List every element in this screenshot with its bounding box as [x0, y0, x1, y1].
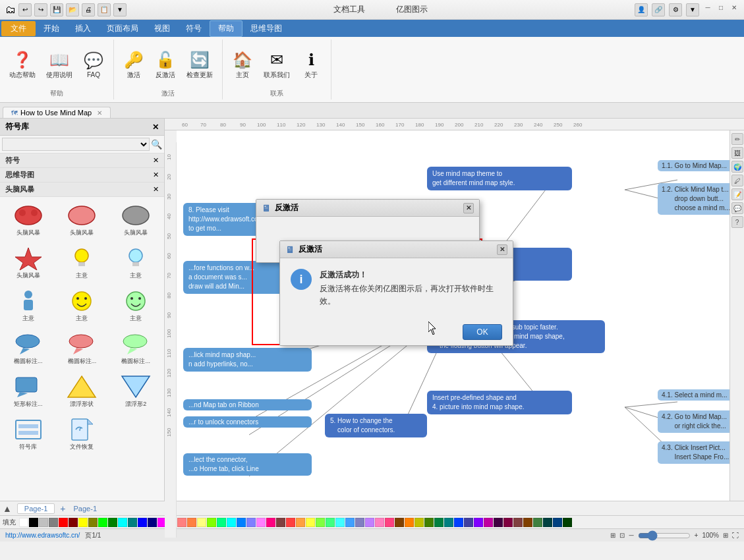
color-swatch[interactable]	[385, 518, 394, 527]
color-swatch[interactable]	[19, 518, 28, 527]
sidebar-search-icon[interactable]: 🔍	[151, 139, 162, 150]
ribbon-btn-contact[interactable]: ✉ 联系我们	[260, 48, 294, 81]
ribbon-btn-home[interactable]: 🏠 主页	[228, 48, 257, 81]
menu-page-layout[interactable]: 页面布局	[99, 21, 146, 36]
share-btn[interactable]: 🔗	[652, 3, 665, 16]
list-item[interactable]: 头脑风暴	[3, 242, 54, 283]
color-swatch[interactable]	[424, 518, 434, 527]
zoom-plus-icon[interactable]: +	[695, 532, 699, 539]
full-screen-icon[interactable]: ⛶	[732, 532, 739, 539]
list-item[interactable]: 漂浮形状	[57, 371, 108, 411]
color-swatch[interactable]	[533, 518, 542, 527]
color-swatch[interactable]	[59, 518, 68, 527]
color-swatch[interactable]	[256, 518, 266, 527]
menu-view[interactable]: 视图	[146, 21, 178, 36]
color-swatch[interactable]	[296, 518, 305, 527]
list-item[interactable]: 椭圆标注...	[57, 328, 108, 368]
color-swatch[interactable]	[355, 518, 364, 527]
list-item[interactable]: 头脑风暴	[110, 200, 161, 240]
color-swatch[interactable]	[118, 518, 127, 527]
color-swatch[interactable]	[148, 518, 157, 527]
right-sidebar-btn-5[interactable]: 📝	[731, 188, 743, 200]
color-swatch[interactable]	[464, 518, 473, 527]
sidebar-section-brainstorm[interactable]: 头脑风暴 ✕	[0, 182, 164, 197]
color-swatch[interactable]	[276, 518, 285, 527]
more-options-btn[interactable]: ▼	[686, 3, 699, 16]
color-swatch[interactable]	[39, 518, 48, 527]
zoom-slider[interactable]	[638, 533, 691, 538]
color-swatch[interactable]	[266, 518, 275, 527]
color-swatch[interactable]	[237, 518, 246, 527]
list-item[interactable]: 矩形标注...	[3, 371, 54, 411]
color-swatch[interactable]	[345, 518, 355, 527]
color-swatch[interactable]	[405, 518, 414, 527]
ribbon-btn-check-update[interactable]: 🔄 检查更新	[183, 48, 217, 81]
tab-close-icon[interactable]: ✕	[97, 109, 102, 117]
right-sidebar-btn-6[interactable]: 💬	[731, 202, 743, 214]
list-item[interactable]: 头脑风暴	[57, 200, 108, 240]
color-swatch[interactable]	[197, 518, 206, 527]
color-swatch[interactable]	[434, 518, 444, 527]
ribbon-btn-about[interactable]: ℹ 关于	[297, 48, 326, 81]
ribbon-btn-activate[interactable]: 🔑 激活	[119, 48, 148, 81]
color-swatch[interactable]	[29, 518, 38, 527]
color-swatch[interactable]	[187, 518, 196, 527]
color-swatch[interactable]	[513, 518, 523, 527]
color-swatch[interactable]	[286, 518, 295, 527]
color-swatch[interactable]	[246, 518, 256, 527]
page-nav-icon[interactable]: ▲	[3, 503, 12, 514]
ribbon-btn-manual[interactable]: 📖 使用说明	[42, 48, 76, 81]
color-swatch[interactable]	[316, 518, 325, 527]
color-swatch[interactable]	[138, 518, 147, 527]
color-swatch[interactable]	[474, 518, 483, 527]
color-swatch[interactable]	[227, 518, 236, 527]
sidebar-section-symbol[interactable]: 符号 ✕	[0, 154, 164, 168]
color-swatch[interactable]	[108, 518, 117, 527]
fit-width-icon[interactable]: ⊡	[619, 532, 625, 539]
list-item[interactable]: 主意	[57, 242, 108, 283]
sidebar-section-symbol-close[interactable]: ✕	[153, 156, 159, 165]
menu-symbol[interactable]: 符号	[178, 21, 210, 36]
ribbon-btn-dynamic-help[interactable]: ❓ 动态帮助	[5, 48, 40, 81]
color-swatch[interactable]	[395, 518, 404, 527]
settings-btn[interactable]: ⚙	[669, 3, 682, 16]
menu-file[interactable]: 文件	[1, 21, 36, 36]
sidebar-close-icon[interactable]: ✕	[152, 123, 159, 132]
redo-btn[interactable]: ↪	[34, 3, 47, 16]
menu-help[interactable]: 帮助	[210, 20, 243, 37]
page-tab-1[interactable]: Page-1	[17, 503, 55, 514]
maximize-btn[interactable]: □	[716, 3, 726, 13]
right-sidebar-btn-1[interactable]: ✏	[731, 133, 743, 145]
color-swatch[interactable]	[494, 518, 503, 527]
list-item[interactable]: 漂浮形2	[110, 371, 161, 411]
right-sidebar-btn-4[interactable]: 🖊	[731, 175, 743, 186]
right-sidebar-btn-2[interactable]: 🖼	[731, 147, 743, 159]
menu-mindmap[interactable]: 思维导图	[243, 21, 290, 36]
color-swatch[interactable]	[49, 518, 58, 527]
copy-btn[interactable]: 📋	[98, 3, 111, 16]
sidebar-lib-item[interactable]: 符号库	[3, 414, 54, 454]
color-swatch[interactable]	[444, 518, 453, 527]
color-swatch[interactable]	[217, 518, 226, 527]
right-sidebar-btn-3[interactable]: 🌍	[731, 161, 743, 173]
color-swatch[interactable]	[484, 518, 493, 527]
grid-view-icon[interactable]: ⊞	[723, 532, 728, 539]
color-swatch[interactable]	[128, 518, 137, 527]
profile-btn[interactable]: 👤	[635, 3, 648, 16]
list-item[interactable]: 椭圆标注...	[3, 328, 54, 368]
status-link[interactable]: http://www.edrawsoftc.cn/	[5, 532, 80, 539]
menu-start[interactable]: 开始	[36, 21, 67, 36]
color-swatch[interactable]	[523, 518, 532, 527]
ribbon-btn-faq[interactable]: 💬 FAQ	[79, 49, 108, 80]
color-swatch[interactable]	[207, 518, 216, 527]
minimize-btn[interactable]: ─	[703, 3, 712, 13]
close-btn[interactable]: ✕	[730, 3, 739, 13]
color-swatch[interactable]	[78, 518, 88, 527]
list-item[interactable]: 主意	[110, 242, 161, 283]
dialog-ok-btn[interactable]: OK	[463, 324, 502, 340]
open-btn[interactable]: 📂	[66, 3, 79, 16]
doc-tab-mindmap[interactable]: 🗺 How to Use Mind Map ✕	[3, 107, 111, 118]
color-swatch[interactable]	[88, 518, 98, 527]
fit-page-icon[interactable]: ⊞	[610, 532, 615, 539]
color-swatch[interactable]	[415, 518, 424, 527]
